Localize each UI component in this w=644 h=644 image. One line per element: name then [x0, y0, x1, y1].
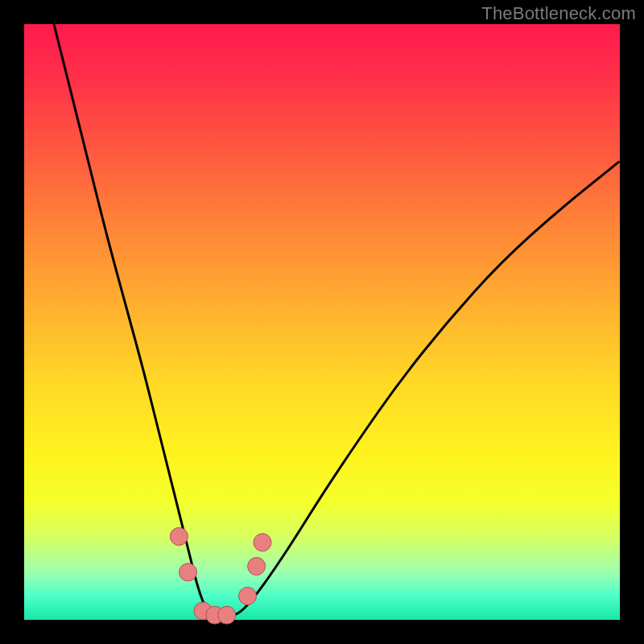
- curve-markers: [170, 527, 271, 624]
- bottleneck-curve: [54, 24, 620, 617]
- curve-marker: [180, 564, 197, 581]
- watermark-text: TheBottleneck.com: [481, 3, 636, 24]
- curve-marker: [239, 587, 257, 605]
- curve-marker: [170, 527, 188, 545]
- plot-svg: [24, 24, 620, 620]
- chart-frame: TheBottleneck.com: [0, 0, 644, 644]
- curve-marker: [254, 534, 271, 551]
- curve-marker: [248, 557, 266, 575]
- curve-marker: [218, 606, 236, 624]
